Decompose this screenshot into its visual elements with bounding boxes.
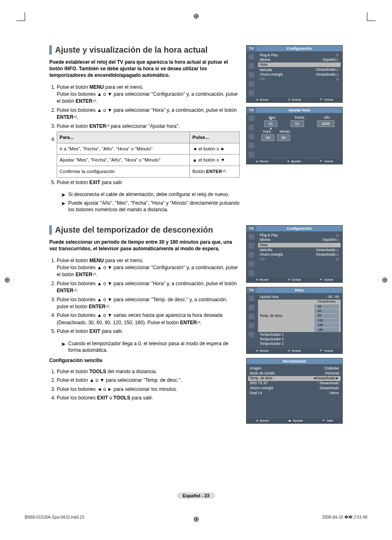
note-arrow-icon: ➤ — [61, 200, 66, 213]
action-table: Para...Pulse... Ir a "Mes", "Fecha", "Añ… — [57, 132, 240, 178]
note-arrow-icon: ➤ — [61, 340, 66, 353]
step-list: Pulse el botón TOOLS del mando a distanc… — [49, 368, 240, 402]
osd-configuracion: TVConfiguración Plug & Play▷ Idioma: Esp… — [246, 225, 343, 283]
registration-mark: ⊕ — [193, 12, 199, 21]
intro-text: Puede establecer el reloj del TV para qu… — [49, 59, 240, 79]
section-title: Ajuste y visualización de la hora actual — [49, 45, 240, 55]
subheading: Configuración sencilla — [49, 358, 240, 363]
step-list: Pulse el botón MENU para ver el menú. Pu… — [49, 257, 240, 335]
registration-mark: ⊕ — [382, 275, 388, 284]
osd-ajustar-hora: TVAjustar hora MesFechaAño ▲01▼ 01 2008 … — [246, 107, 343, 164]
intro-text: Puede seleccionar un período de tiempo e… — [49, 239, 240, 252]
osd-hora: TVHora Ajustar hora: 00 : 00 Temp. de de… — [246, 287, 343, 354]
registration-mark: ⊕ — [4, 275, 10, 284]
section-title: Ajuste del temporizador de desconexión — [49, 225, 240, 235]
note-arrow-icon: ➤ — [61, 191, 66, 199]
osd-configuracion: TVConfiguración Plug & Play▷ Idioma: Esp… — [246, 45, 343, 103]
page-number: Español - 23 — [177, 492, 215, 499]
osd-herramientas: Herramientas Imagen: Estándar Modo de so… — [246, 358, 343, 424]
step-list: Pulse el botón MENU para ver el menú. Pu… — [49, 84, 240, 186]
print-metadata: BN68-01518A-Spa-0410.indd 232008-04-10 �… — [25, 515, 367, 519]
